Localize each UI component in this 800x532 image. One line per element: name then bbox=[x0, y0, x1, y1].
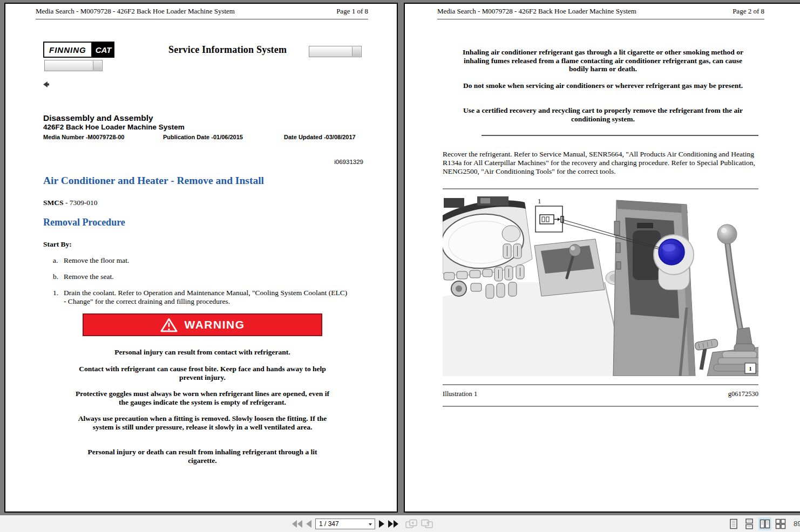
warning-paragraph: Personal injury can result from contact … bbox=[76, 348, 329, 357]
cat-logo-text: CAT bbox=[92, 42, 115, 58]
header-dropdown-right[interactable] bbox=[309, 46, 362, 57]
recover-paragraph: Recover the refrigerant. Refer to Servic… bbox=[443, 150, 761, 176]
callout-number: 1 bbox=[538, 197, 541, 205]
article-title: Air Conditioner and Heater - Remove and … bbox=[43, 175, 264, 187]
illustration-figure-id: g06172530 bbox=[728, 390, 758, 398]
media-number: Media Number -M0079728-00 bbox=[43, 134, 124, 140]
finning-cat-logo: FINNING CAT bbox=[43, 42, 114, 58]
warning-paragraph: Use a certified recovery and recycling c… bbox=[460, 106, 746, 123]
first-page-button[interactable] bbox=[292, 520, 302, 528]
illustration-caption-row: Illustration 1 g06172530 bbox=[443, 390, 758, 398]
divider bbox=[443, 406, 758, 407]
step-marker: 1. bbox=[53, 289, 64, 306]
header-dropdown-left[interactable] bbox=[44, 60, 103, 71]
step-a: a. Remove the floor mat. bbox=[53, 256, 129, 265]
finning-logo-text: FINNING bbox=[43, 42, 92, 58]
document-id: i06931329 bbox=[334, 159, 363, 165]
start-by-label: Start By: bbox=[43, 240, 72, 249]
warning-paragraph: Protective goggles must always be worn w… bbox=[76, 390, 329, 406]
page1-header: Media Search - M0079728 - 426F2 Back Hoe… bbox=[36, 6, 368, 19]
viewer-toolbar: 1 / 347 bbox=[0, 515, 800, 532]
warning-paragraph: Inhaling air conditioner refrigerant gas… bbox=[460, 48, 746, 73]
smcs-line: SMCS - 7309-010 bbox=[43, 199, 98, 207]
header-page-number: Page 1 of 8 bbox=[336, 6, 368, 16]
sis-title: Service Information System bbox=[168, 44, 287, 56]
warning-triangle-icon bbox=[160, 318, 178, 332]
page-dropdown-arrow-icon[interactable] bbox=[369, 523, 372, 526]
warning-label: WARNING bbox=[185, 318, 245, 331]
page-layout-group: 89. bbox=[727, 515, 800, 532]
step-b: b. Remove the seat. bbox=[53, 272, 114, 281]
pdf-viewer: Media Search - M0079728 - 426F2 Back Hoe… bbox=[0, 0, 800, 532]
pointer-icon bbox=[43, 80, 49, 90]
warning-paragraph: Do not smoke when servicing air conditio… bbox=[460, 81, 746, 90]
illustration-caption: Illustration 1 bbox=[443, 390, 477, 398]
document-page-1: Media Search - M0079728 - 426F2 Back Hoe… bbox=[4, 3, 398, 513]
step-marker: b. bbox=[53, 272, 64, 281]
corner-label-number: 1 bbox=[749, 365, 752, 372]
doc-section-title: Disassembly and Assembly bbox=[43, 113, 153, 123]
date-updated: Date Updated -03/08/2017 bbox=[284, 134, 356, 140]
two-page-continuous-view-button[interactable] bbox=[774, 517, 787, 530]
continuous-view-button[interactable] bbox=[743, 517, 756, 530]
warning-paragraph: Contact with refrigerant can cause frost… bbox=[76, 365, 329, 381]
divider bbox=[482, 135, 758, 136]
zoom-level-text: 89. bbox=[794, 520, 800, 528]
previous-view-button[interactable] bbox=[405, 519, 417, 529]
previous-page-button[interactable] bbox=[306, 520, 311, 528]
smcs-value: - 7309-010 bbox=[64, 199, 98, 207]
next-view-button[interactable] bbox=[421, 519, 433, 529]
warning-paragraph: Always use precaution when a fitting is … bbox=[76, 414, 329, 431]
header-title: Media Search - M0079728 - 426F2 Back Hoe… bbox=[437, 6, 636, 16]
header-title: Media Search - M0079728 - 426F2 Back Hoe… bbox=[36, 6, 235, 16]
smcs-label: SMCS bbox=[43, 199, 64, 207]
page2-header: Media Search - M0079728 - 426F2 Back Hoe… bbox=[437, 6, 764, 19]
next-page-button[interactable] bbox=[379, 520, 384, 528]
divider bbox=[443, 188, 758, 189]
step-text: Drain the coolant. Refer to Operation an… bbox=[64, 289, 349, 306]
two-page-view-button[interactable] bbox=[758, 517, 771, 530]
step-1: 1. Drain the coolant. Refer to Operation… bbox=[53, 289, 349, 306]
header-page-number: Page 2 of 8 bbox=[733, 6, 764, 16]
page-number-input[interactable]: 1 / 347 bbox=[315, 519, 375, 529]
doc-model-title: 426F2 Back Hoe Loader Machine System bbox=[43, 123, 185, 131]
page-number-value: 1 / 347 bbox=[319, 520, 339, 528]
dropdown-button[interactable] bbox=[352, 47, 361, 56]
divider bbox=[443, 384, 758, 385]
document-page-2: Media Search - M0079728 - 426F2 Back Hoe… bbox=[404, 3, 800, 513]
illustration-image: 1 bbox=[443, 192, 758, 376]
page-navigation-group: 1 / 347 bbox=[292, 515, 433, 532]
step-text: Remove the floor mat. bbox=[64, 256, 129, 265]
single-page-view-button[interactable] bbox=[727, 517, 740, 530]
publication-date: Publication Date -01/06/2015 bbox=[163, 134, 243, 140]
step-marker: a. bbox=[53, 256, 64, 265]
removal-heading: Removal Procedure bbox=[43, 217, 125, 228]
warning-paragraph: Personal injury or death can result from… bbox=[76, 448, 329, 465]
warning-banner: WARNING bbox=[83, 313, 322, 336]
step-text: Remove the seat. bbox=[64, 272, 114, 281]
last-page-button[interactable] bbox=[388, 520, 398, 528]
dropdown-button[interactable] bbox=[93, 61, 101, 70]
